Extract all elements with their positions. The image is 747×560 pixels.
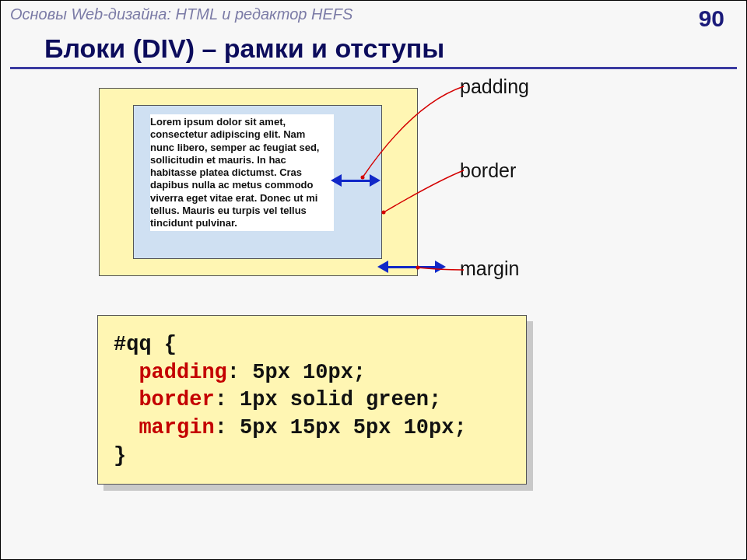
code-kw-margin: margin bbox=[139, 416, 214, 439]
slide-header: Основы Web-дизайна: HTML и редактор HEFS… bbox=[1, 1, 746, 33]
code-val-padding: : 5px 10px; bbox=[227, 361, 366, 384]
arrow-margin-bar bbox=[388, 266, 435, 268]
arrow-margin-right-head bbox=[435, 261, 446, 273]
arrow-padding-left-head bbox=[331, 174, 342, 187]
arrow-padding-bar bbox=[342, 180, 370, 182]
label-margin: margin bbox=[460, 257, 519, 280]
code-selector: #qq { bbox=[114, 333, 177, 356]
code-kw-border: border bbox=[139, 388, 214, 411]
breadcrumb: Основы Web-дизайна: HTML и редактор HEFS bbox=[10, 5, 352, 23]
code-val-border: : 1px solid green; bbox=[215, 388, 442, 411]
label-border: border bbox=[460, 159, 516, 182]
code-val-margin: : 5px 15px 5px 10px; bbox=[215, 416, 467, 439]
page-number: 90 bbox=[699, 5, 724, 32]
css-code-block: #qq { padding: 5px 10px; border: 1px sol… bbox=[97, 315, 527, 485]
title-row: Блоки (DIV) – рамки и отступы bbox=[10, 33, 737, 69]
content-text: Lorem ipsum dolor sit amet, consectetur … bbox=[150, 114, 334, 231]
arrow-padding-right-head bbox=[370, 174, 381, 187]
arrow-margin-left-head bbox=[377, 261, 388, 273]
code-box: #qq { padding: 5px 10px; border: 1px sol… bbox=[97, 315, 527, 485]
code-kw-padding: padding bbox=[139, 361, 226, 384]
box-model-diagram: Lorem ipsum dolor sit amet, consectetur … bbox=[1, 80, 746, 306]
label-padding: padding bbox=[460, 75, 529, 98]
title-underline bbox=[10, 67, 737, 69]
page-title: Блоки (DIV) – рамки и отступы bbox=[10, 33, 737, 64]
code-close: } bbox=[114, 444, 126, 467]
